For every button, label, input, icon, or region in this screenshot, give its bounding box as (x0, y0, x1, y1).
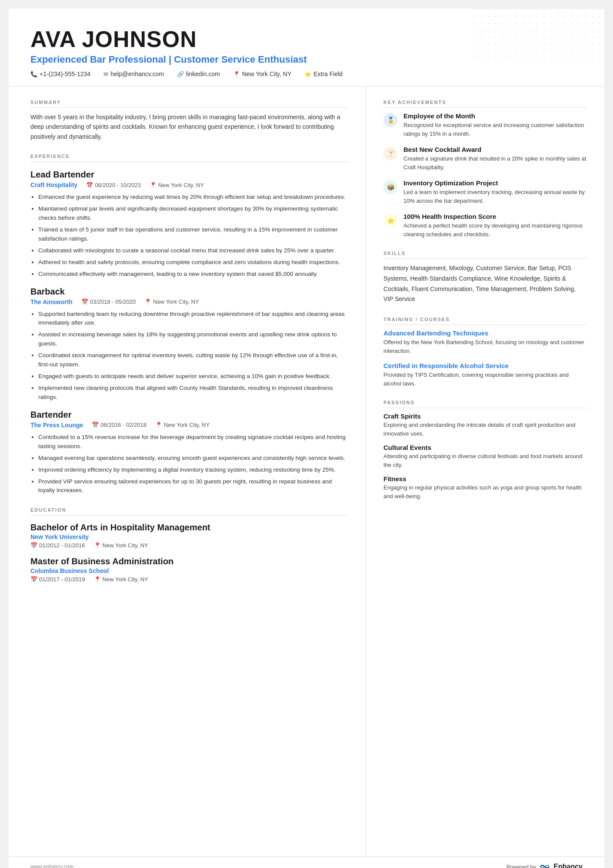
achievement-icon-1: 🏅 (383, 113, 397, 127)
powered-by-text: Powered by (506, 864, 536, 868)
passion-1: Craft Spirits Exploring and understandin… (383, 412, 587, 438)
passions-section: PASSIONS Craft Spirits Exploring and und… (383, 400, 587, 500)
job-date-3: 📅 08/2016 - 02/2018 (92, 422, 147, 428)
header: AVA JOHNSON Experienced Bar Professional… (9, 9, 604, 87)
location-icon-2: 📍 (144, 298, 151, 305)
passion-title-3: Fitness (383, 475, 587, 483)
job-bartender: Bartender The Press Lounge 📅 08/2016 - 0… (30, 410, 348, 496)
passion-desc-3: Engaging in regular physical activities … (383, 483, 587, 500)
achievement-desc-4: Achieved a perfect health score by devel… (403, 221, 587, 238)
bullet-1-6: Communicated effectively with management… (38, 270, 348, 279)
degree-1: Bachelor of Arts in Hospitality Manageme… (30, 523, 348, 549)
achievement-desc-1: Recognized for exceptional service and i… (403, 121, 587, 138)
job-company-1: Craft Hospitality (30, 181, 77, 188)
job-meta-2: The Ainsworth 📅 03/2018 - 05/2020 📍 New … (30, 298, 348, 305)
bullet-2-3: Coordinated stock management for optimal… (38, 351, 348, 369)
bullet-2-1: Supported bartending team by reducing do… (38, 310, 348, 328)
achievement-1: 🏅 Employee of the Month Recognized for e… (383, 112, 587, 138)
edu-location-2: 📍 New York City, NY (94, 576, 148, 583)
achievements-label: KEY ACHIEVEMENTS (383, 100, 587, 108)
bullet-3-4: Provided VIP service ensuring tailored e… (38, 477, 348, 496)
job-title-2: Barback (30, 287, 348, 297)
passion-title-1: Craft Spirits (383, 412, 587, 420)
degree-title-1: Bachelor of Arts in Hospitality Manageme… (30, 523, 348, 533)
achievement-title-1: Employee of the Month (403, 112, 587, 120)
bullet-2-5: Implemented new cleaning protocols that … (38, 384, 348, 402)
achievements-section: KEY ACHIEVEMENTS 🏅 Employee of the Month… (383, 100, 587, 238)
edu-school-2: Columbia Business School (30, 567, 348, 574)
footer-url: www.enhancv.com (30, 864, 73, 868)
calendar-icon-edu2: 📅 (30, 576, 37, 583)
calendar-icon-edu1: 📅 (30, 542, 37, 549)
contact-linkedin[interactable]: 🔗 linkedin.com (177, 70, 220, 77)
achievement-desc-3: Led a team to implement inventory tracki… (403, 188, 587, 205)
degree-2: Master of Business Administration Columb… (30, 556, 348, 583)
edu-school-1: New York University (30, 533, 348, 540)
job-date-2: 📅 03/2018 - 05/2020 (81, 298, 136, 305)
job-title-1: Lead Bartender (30, 170, 348, 180)
achievement-title-2: Best New Cocktail Award (403, 146, 587, 153)
training-section: TRAINING / COURSES Advanced Bartending T… (383, 317, 587, 388)
training-2: Certified in Responsible Alcohol Service… (383, 362, 587, 388)
footer-brand: Powered by Enhancv (506, 863, 583, 868)
edu-location-1: 📍 New York City, NY (94, 542, 148, 549)
bullet-3-3: Improved ordering efficiency by implemen… (38, 466, 348, 475)
training-title-2: Certified in Responsible Alcohol Service (383, 362, 587, 369)
degree-title-2: Master of Business Administration (30, 556, 348, 566)
bullet-1-2: Maintained optimal par levels and signif… (38, 204, 348, 223)
contact-row: 📞 +1-(234)-555-1234 ✉ help@enhancv.com 🔗… (30, 70, 583, 77)
bullet-1-3: Trained a team of 5 junior staff in bar … (38, 225, 348, 244)
job-bullets-1: Enhanced the guest experience by reducin… (30, 193, 348, 278)
candidate-tagline: Experienced Bar Professional | Customer … (30, 54, 583, 65)
passion-2: Cultural Events Attending and participat… (383, 444, 587, 469)
edu-date-1: 📅 01/2012 - 01/2016 (30, 542, 85, 549)
summary-text: With over 5 years in the hospitality ind… (30, 112, 348, 141)
skills-section: SKILLS Inventory Management, Mixology, C… (383, 251, 587, 305)
achievement-title-4: 100% Health Inspection Score (403, 213, 587, 220)
star-icon: ⭐ (304, 71, 311, 77)
passion-desc-1: Exploring and understanding the intricat… (383, 421, 587, 438)
left-column: SUMMARY With over 5 years in the hospita… (9, 87, 366, 856)
achievement-icon-3: 📦 (383, 180, 397, 194)
job-lead-bartender: Lead Bartender Craft Hospitality 📅 06/20… (30, 170, 348, 278)
passion-3: Fitness Engaging in regular physical act… (383, 475, 587, 500)
training-desc-1: Offered by the New York Bartending Schoo… (383, 338, 587, 355)
calendar-icon-2: 📅 (81, 298, 88, 305)
bullet-1-1: Enhanced the guest experience by reducin… (38, 193, 348, 202)
job-date-1: 📅 06/2020 - 10/2023 (86, 182, 141, 188)
link-icon: 🔗 (177, 71, 184, 77)
job-company-2: The Ainsworth (30, 298, 73, 305)
contact-location: 📍 New York City, NY (233, 70, 291, 77)
phone-icon: 📞 (30, 71, 37, 77)
achievement-2: 🍸 Best New Cocktail Award Created a sign… (383, 146, 587, 171)
candidate-name: AVA JOHNSON (30, 26, 583, 52)
location-icon-3: 📍 (155, 422, 162, 428)
training-1: Advanced Bartending Techniques Offered b… (383, 329, 587, 355)
passion-desc-2: Attending and participating in diverse c… (383, 452, 587, 469)
training-desc-2: Provided by TIPS Certification, covering… (383, 371, 587, 388)
enhancv-logo-icon (540, 863, 550, 868)
job-bullets-2: Supported bartending team by reducing do… (30, 310, 348, 402)
job-bullets-3: Contributed to a 15% revenue increase fo… (30, 433, 348, 496)
achievement-icon-4: ⭐ (383, 214, 397, 228)
linkedin-text: linkedin.com (186, 70, 220, 77)
location-icon-edu1: 📍 (94, 542, 101, 549)
calendar-icon-1: 📅 (86, 182, 93, 188)
resume-page: for(let i=0;i<160;i++) document.write('<… (9, 9, 604, 868)
training-label: TRAINING / COURSES (383, 317, 587, 325)
education-section: EDUCATION Bachelor of Arts in Hospitalit… (30, 507, 348, 583)
bullet-3-2: Managed evening bar operations seamlessl… (38, 454, 348, 463)
email-text: help@enhancv.com (110, 70, 164, 77)
job-location-1: 📍 New York City, NY (150, 182, 204, 188)
location-icon-1: 📍 (150, 182, 157, 188)
bullet-1-4: Collaborated with mixologists to curate … (38, 246, 348, 255)
edu-date-2: 📅 01/2017 - 01/2019 (30, 576, 85, 583)
location-text: New York City, NY (242, 70, 291, 77)
calendar-icon-3: 📅 (92, 422, 99, 428)
contact-extra: ⭐ Extra Field (304, 70, 343, 77)
experience-label: EXPERIENCE (30, 154, 348, 162)
experience-section: EXPERIENCE Lead Bartender Craft Hospital… (30, 154, 348, 495)
extra-text: Extra Field (313, 70, 343, 77)
job-location-3: 📍 New York City, NY (155, 422, 210, 428)
job-title-3: Bartender (30, 410, 348, 420)
